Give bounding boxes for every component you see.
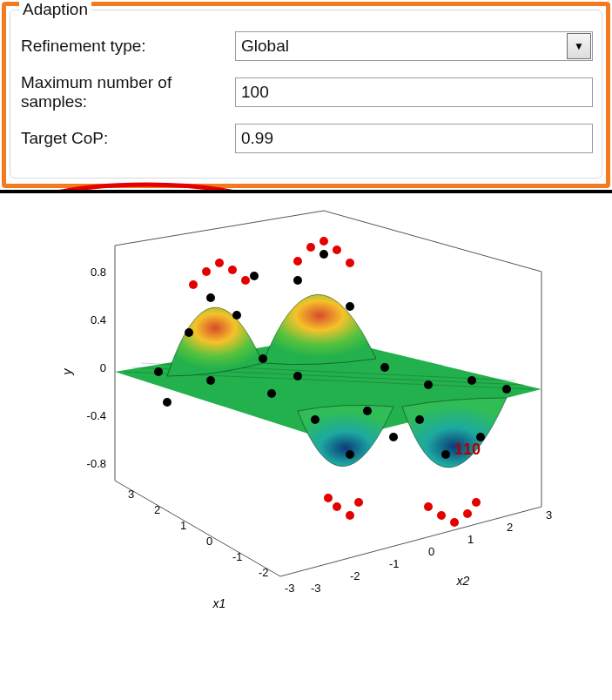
svg-text:-0.8: -0.8 bbox=[86, 457, 105, 470]
svg-line-3 bbox=[324, 211, 541, 272]
svg-point-69 bbox=[463, 509, 472, 518]
svg-point-29 bbox=[154, 367, 163, 376]
svg-point-34 bbox=[293, 276, 302, 285]
dropdown-refinement-type[interactable]: ▼ bbox=[235, 31, 593, 61]
svg-point-37 bbox=[380, 363, 389, 372]
svg-point-52 bbox=[250, 272, 259, 280]
svg-text:-2: -2 bbox=[259, 566, 269, 579]
svg-text:-3: -3 bbox=[285, 582, 295, 595]
svg-line-2 bbox=[115, 211, 324, 246]
svg-line-5 bbox=[115, 481, 280, 576]
svg-point-53 bbox=[202, 267, 211, 276]
svg-point-70 bbox=[424, 502, 433, 511]
row-max-samples: Maximum number of samples: bbox=[19, 73, 593, 111]
svg-text:0: 0 bbox=[428, 545, 434, 558]
svg-text:3: 3 bbox=[128, 488, 134, 501]
row-target-cop: Target CoP: bbox=[19, 124, 593, 153]
svg-text:2: 2 bbox=[154, 503, 160, 516]
svg-text:1: 1 bbox=[467, 533, 474, 546]
svg-text:0.8: 0.8 bbox=[90, 266, 105, 279]
x2-axis-ticks: -3 -2 -1 0 1 2 3 bbox=[311, 508, 552, 595]
adaption-panel-highlight: Adaption Refinement type: ▼ Maximum numb… bbox=[2, 2, 610, 188]
svg-point-67 bbox=[437, 511, 446, 520]
svg-text:-3: -3 bbox=[311, 582, 321, 595]
svg-point-61 bbox=[293, 257, 302, 266]
svg-text:-1: -1 bbox=[389, 557, 400, 570]
svg-point-56 bbox=[189, 280, 198, 289]
label-target-cop: Target CoP: bbox=[19, 129, 235, 148]
svg-point-50 bbox=[415, 415, 424, 424]
chevron-down-icon[interactable]: ▼ bbox=[567, 33, 591, 59]
svg-point-45 bbox=[389, 433, 398, 441]
svg-point-39 bbox=[467, 376, 476, 385]
x1-axis-ticks: 3 2 1 0 -1 -2 -3 bbox=[128, 488, 295, 595]
svg-point-38 bbox=[424, 380, 433, 389]
surface-plot-svg: 0.8 0.4 0 -0.4 -0.8 y 3 2 1 0 -1 -2 -3 x… bbox=[37, 193, 576, 620]
svg-point-48 bbox=[163, 398, 171, 407]
svg-text:-2: -2 bbox=[350, 569, 360, 582]
svg-point-55 bbox=[228, 266, 237, 274]
svg-point-57 bbox=[241, 276, 250, 285]
svg-point-40 bbox=[502, 385, 511, 394]
svg-point-36 bbox=[346, 302, 354, 311]
svg-line-6 bbox=[280, 507, 541, 576]
svg-text:0.4: 0.4 bbox=[90, 313, 105, 326]
svg-point-68 bbox=[450, 518, 459, 527]
svg-point-35 bbox=[319, 250, 328, 259]
adaption-groupbox: Adaption Refinement type: ▼ Maximum numb… bbox=[10, 10, 602, 178]
input-max-samples[interactable] bbox=[235, 77, 593, 107]
svg-point-33 bbox=[259, 354, 267, 363]
svg-point-62 bbox=[346, 259, 354, 267]
svg-point-49 bbox=[363, 407, 372, 415]
svg-point-32 bbox=[232, 311, 241, 320]
svg-point-54 bbox=[215, 259, 224, 267]
groupbox-title: Adaption bbox=[19, 0, 91, 19]
svg-text:0: 0 bbox=[99, 361, 105, 374]
z-axis-ticks: 0.8 0.4 0 -0.4 -0.8 bbox=[86, 266, 105, 470]
surface-plot-3d: 0.8 0.4 0 -0.4 -0.8 y 3 2 1 0 -1 -2 -3 x… bbox=[0, 190, 612, 620]
label-max-samples: Maximum number of samples: bbox=[19, 73, 235, 111]
svg-point-43 bbox=[311, 415, 319, 424]
svg-point-64 bbox=[346, 511, 354, 520]
z-axis-label: y bbox=[60, 368, 74, 376]
svg-point-44 bbox=[346, 450, 354, 459]
svg-point-71 bbox=[472, 498, 481, 507]
svg-point-65 bbox=[324, 494, 333, 502]
svg-point-41 bbox=[206, 376, 215, 385]
svg-text:0: 0 bbox=[206, 535, 212, 548]
svg-text:2: 2 bbox=[507, 521, 513, 534]
surface-peak-1 bbox=[167, 307, 263, 376]
surface-valley-1 bbox=[298, 405, 393, 466]
svg-point-60 bbox=[333, 246, 341, 254]
plot-annotation-110: 110 bbox=[454, 441, 481, 458]
svg-point-63 bbox=[333, 502, 341, 511]
svg-point-31 bbox=[206, 293, 215, 302]
svg-point-59 bbox=[319, 237, 328, 246]
svg-point-66 bbox=[354, 498, 363, 507]
svg-text:-0.4: -0.4 bbox=[86, 409, 105, 422]
x1-axis-label: x1 bbox=[212, 596, 225, 610]
dropdown-refinement-type-value[interactable] bbox=[235, 31, 593, 61]
x2-axis-label: x2 bbox=[455, 574, 469, 588]
label-refinement-type: Refinement type: bbox=[19, 37, 235, 56]
row-refinement-type: Refinement type: ▼ bbox=[19, 31, 593, 61]
svg-point-51 bbox=[293, 372, 302, 380]
svg-text:1: 1 bbox=[180, 519, 186, 532]
svg-point-30 bbox=[185, 328, 193, 337]
svg-point-46 bbox=[441, 450, 450, 459]
surface-peak-2 bbox=[263, 294, 376, 364]
svg-text:-1: -1 bbox=[232, 550, 243, 563]
svg-point-58 bbox=[306, 243, 315, 252]
svg-text:3: 3 bbox=[546, 508, 552, 522]
input-target-cop[interactable] bbox=[235, 124, 593, 153]
svg-point-42 bbox=[267, 389, 276, 398]
